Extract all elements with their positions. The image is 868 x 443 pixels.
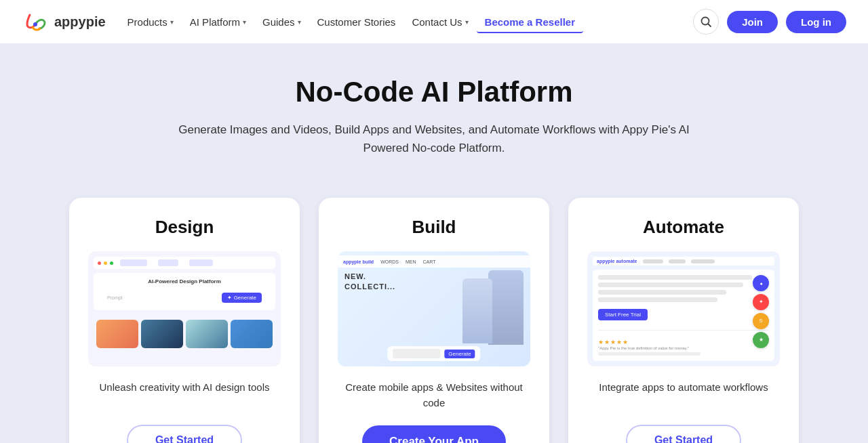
automate-icon-symbol: ⬥ (760, 280, 763, 287)
automate-text-line (598, 282, 743, 287)
nav-customer-stories[interactable]: Customer Stories (309, 11, 404, 33)
join-button[interactable]: Join (727, 11, 778, 33)
automate-icon-2: ✦ (753, 294, 769, 310)
mockup-nav-item (120, 259, 147, 266)
automate-card-image: appypie automate Start Free Trial (587, 251, 780, 366)
automate-nav-item (691, 259, 715, 263)
automate-nav-item (643, 259, 663, 263)
svg-point-2 (702, 18, 709, 25)
automate-actions: Start Free Trial (598, 309, 769, 320)
automate-text-line (598, 275, 752, 280)
automate-text-line (598, 297, 717, 302)
build-card: Build appypie build WORDS MEN CART NEW.C… (319, 198, 549, 443)
create-your-app-button[interactable]: Create Your App (362, 425, 506, 443)
build-nav-bar: appypie build WORDS MEN CART (338, 255, 530, 268)
build-nav-words: WORDS (380, 259, 399, 264)
mockup-dot-red (98, 261, 101, 265)
build-collection-text: NEW.COLLECTI... (344, 272, 395, 291)
mockup-image-1 (96, 320, 138, 348)
hero-subtitle: Generate Images and Videos, Build Apps a… (170, 121, 698, 157)
build-card-desc: Create mobile apps & Websites without co… (338, 380, 530, 410)
automate-trial-button: Start Free Trial (598, 309, 648, 320)
star-4: ★ (616, 339, 622, 345)
nav-become-reseller[interactable]: Become a Reseller (477, 11, 583, 33)
nav-guides[interactable]: Guides ▾ (254, 11, 309, 33)
star-2: ★ (604, 339, 610, 345)
automate-text-line (598, 290, 726, 295)
logo[interactable]: appypie (22, 8, 106, 35)
star-1: ★ (598, 339, 604, 345)
nav-ai-platform[interactable]: AI Platform ▾ (182, 11, 254, 33)
build-nav-cart: CART (423, 259, 436, 264)
mockup-prompt-bar: Prompt ✦ Generate (102, 289, 267, 306)
design-card-title: Design (155, 217, 214, 238)
automate-icon-symbol: ★ (759, 337, 764, 343)
automate-review-section: ★ ★ ★ ★ ★ "Appy Pie is the true definiti… (598, 330, 769, 356)
automate-app-icons: ⬥ ✦ S ★ (753, 275, 769, 348)
automate-icon-1: ⬥ (753, 275, 769, 291)
build-figure-2 (462, 278, 492, 343)
build-mockup: appypie build WORDS MEN CART NEW.COLLECT… (338, 251, 530, 366)
mockup-platform-label: AI-Powered Design Platform (99, 278, 270, 284)
mockup-nav-item (158, 259, 178, 266)
mockup-content-area: AI-Powered Design Platform Prompt ✦ Gene… (94, 273, 275, 310)
mockup-dot-green (110, 261, 113, 265)
automate-description-lines (598, 275, 769, 302)
automate-nav-item (669, 259, 686, 263)
automate-reviewer-name (598, 352, 701, 356)
mockup-image-2 (141, 320, 183, 348)
mockup-image-grid (94, 320, 275, 348)
automate-card-desc: Integrate apps to automate workflows (599, 380, 768, 410)
automate-icon-3: S (753, 313, 769, 329)
build-prompt-overlay: Generate (387, 346, 480, 361)
logo-text: appypie (54, 14, 106, 30)
automate-get-started-button[interactable]: Get Started (626, 425, 741, 443)
star-5: ★ (623, 339, 628, 345)
automate-star-rating: ★ ★ ★ ★ ★ (598, 339, 769, 345)
design-get-started-button[interactable]: Get Started (127, 425, 242, 443)
search-button[interactable] (693, 9, 719, 35)
build-logo-text: appypie build (343, 259, 374, 264)
svg-point-1 (33, 22, 37, 26)
automate-card: Automate appypie automate (568, 198, 799, 443)
nav-products[interactable]: Products ▾ (119, 11, 182, 33)
automate-header-bar: appypie automate (593, 257, 774, 266)
nav-contact[interactable]: Contact Us ▾ (403, 11, 476, 33)
chevron-down-icon: ▾ (465, 18, 469, 26)
design-card-image: AI-Powered Design Platform Prompt ✦ Gene… (88, 251, 281, 366)
build-card-image: appypie build WORDS MEN CART NEW.COLLECT… (338, 251, 530, 366)
build-figure-1 (488, 270, 524, 345)
hero-title: No-Code AI Platform (16, 76, 852, 108)
chevron-down-icon: ▾ (298, 18, 301, 26)
mockup-prompt-placeholder: Prompt (107, 295, 123, 300)
design-card: Design AI-Powered Design Platform Prompt (69, 198, 300, 443)
mockup-generate-button: ✦ Generate (222, 293, 262, 303)
login-button[interactable]: Log in (786, 11, 846, 33)
automate-logo-text: appypie automate (597, 259, 637, 263)
search-icon (700, 16, 712, 28)
chevron-down-icon: ▾ (243, 18, 246, 26)
cards-section: Design AI-Powered Design Platform Prompt (0, 179, 868, 443)
automate-icon-4: ★ (753, 332, 769, 348)
automate-icon-symbol: ✦ (759, 299, 764, 305)
automate-review-quote: "Appy Pie is the true definition of valu… (598, 345, 769, 351)
mockup-nav-item (189, 259, 213, 266)
build-prompt-input (393, 349, 440, 358)
mockup-image-3 (186, 320, 228, 348)
automate-icon-symbol: S (759, 318, 762, 324)
nav-menu: Products ▾ AI Platform ▾ Guides ▾ Custom… (119, 11, 691, 33)
chevron-down-icon: ▾ (170, 18, 174, 26)
build-nav-men: MEN (406, 259, 416, 264)
star-3: ★ (610, 339, 616, 345)
build-generate-btn: Generate (444, 350, 475, 358)
automate-card-title: Automate (643, 217, 724, 238)
automate-mockup: appypie automate Start Free Trial (587, 251, 780, 366)
mockup-image-4 (231, 320, 273, 348)
design-card-desc: Unleash creativity with AI design tools (100, 380, 270, 410)
nav-actions: Join Log in (693, 9, 846, 35)
automate-main-content: Start Free Trial ⬥ ✦ S (593, 270, 774, 361)
navbar: appypie Products ▾ AI Platform ▾ Guides … (0, 0, 868, 43)
design-mockup: AI-Powered Design Platform Prompt ✦ Gene… (88, 251, 281, 366)
mockup-dot-yellow (104, 261, 107, 265)
build-card-title: Build (412, 217, 456, 238)
